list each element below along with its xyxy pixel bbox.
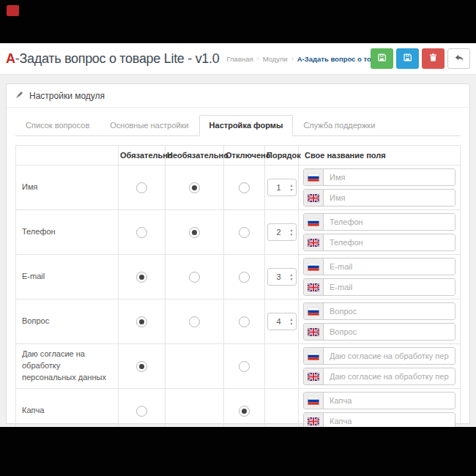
tabs: Список вопросов Основные настройки Настр… bbox=[15, 115, 461, 136]
radio-name-optional[interactable] bbox=[189, 182, 200, 193]
radio-phone-optional[interactable] bbox=[189, 227, 200, 238]
custom-name-input-phone-ru[interactable] bbox=[324, 214, 455, 230]
cell-optional-consent bbox=[166, 344, 224, 389]
cell-custom-name-question bbox=[299, 300, 461, 344]
cell-order-name: 1▲▼ bbox=[265, 166, 299, 210]
radio-question-optional[interactable] bbox=[189, 316, 200, 327]
radio-phone-disabled[interactable] bbox=[239, 227, 250, 238]
tab-form-settings[interactable]: Настройка формы bbox=[199, 115, 294, 136]
radio-email-disabled[interactable] bbox=[239, 272, 250, 283]
save-copy-button[interactable] bbox=[371, 48, 393, 69]
cell-custom-name-name bbox=[299, 166, 461, 210]
breadcrumb-separator: › bbox=[291, 55, 294, 62]
cell-order-email: 3▲▼ bbox=[265, 255, 299, 300]
breadcrumb-home[interactable]: Главная bbox=[226, 55, 253, 63]
custom-name-group-captcha-ru bbox=[303, 392, 455, 409]
radio-name-required[interactable] bbox=[136, 182, 147, 193]
cell-order-phone: 2▲▼ bbox=[265, 210, 299, 255]
breadcrumb: Главная › Модули › A-Задать вопрос о тов… bbox=[226, 55, 371, 63]
uk-flag-icon bbox=[304, 234, 324, 250]
custom-name-group-consent-ru bbox=[303, 347, 455, 365]
trash-icon bbox=[428, 53, 438, 64]
back-button[interactable] bbox=[447, 48, 470, 69]
delete-button[interactable] bbox=[422, 48, 445, 69]
form-table-row-consent: Даю согласие на обработку персональных д… bbox=[16, 344, 461, 389]
order-value: 4 bbox=[268, 317, 290, 326]
custom-name-group-name-en bbox=[303, 189, 455, 207]
breadcrumb-modules[interactable]: Модули bbox=[263, 55, 288, 63]
field-label-email: E-mail bbox=[16, 255, 119, 300]
custom-name-group-phone-ru bbox=[303, 213, 455, 231]
page-title-accent: A bbox=[6, 51, 15, 66]
radio-email-optional[interactable] bbox=[189, 272, 200, 283]
cell-disabled-question bbox=[224, 300, 265, 344]
form-table-row-email: E-mail3▲▼ bbox=[16, 255, 461, 300]
form-table-row-name: Имя1▲▼ bbox=[16, 166, 461, 210]
custom-name-input-captcha-ru[interactable] bbox=[324, 393, 455, 409]
cell-order-consent bbox=[265, 344, 299, 389]
save-button[interactable] bbox=[396, 48, 419, 69]
order-input-email[interactable]: 3▲▼ bbox=[267, 268, 297, 286]
radio-email-required[interactable] bbox=[136, 272, 147, 283]
tab-main-settings[interactable]: Основные настройки bbox=[100, 115, 198, 136]
custom-name-input-phone-en[interactable] bbox=[324, 234, 455, 250]
spinner-arrows-icon[interactable]: ▲▼ bbox=[290, 272, 296, 282]
field-label-name: Имя bbox=[16, 166, 119, 210]
form-table-body: Имя1▲▼Телефон2▲▼E-mail3▲▼Вопрос4▲▼Даю со… bbox=[16, 166, 461, 434]
panel-heading: Настройки модуля bbox=[7, 84, 469, 108]
spinner-arrows-icon[interactable]: ▲▼ bbox=[290, 317, 296, 327]
cell-required-name bbox=[119, 166, 166, 210]
radio-question-disabled[interactable] bbox=[239, 316, 250, 327]
cell-custom-name-email bbox=[299, 255, 461, 300]
uk-flag-icon bbox=[304, 190, 324, 206]
custom-name-input-consent-en[interactable] bbox=[324, 368, 455, 384]
breadcrumb-current-page[interactable]: A-Задать вопрос о товаре Lite - v1.0 bbox=[297, 55, 371, 63]
uk-flag-icon bbox=[304, 324, 324, 340]
order-input-name[interactable]: 1▲▼ bbox=[267, 179, 297, 196]
custom-name-group-question-ru bbox=[303, 302, 455, 320]
bottom-black-bar bbox=[0, 427, 476, 476]
floppy-icon bbox=[377, 53, 387, 64]
cell-disabled-consent bbox=[224, 344, 265, 389]
custom-name-input-name-ru[interactable] bbox=[324, 169, 455, 185]
radio-phone-required[interactable] bbox=[136, 227, 147, 238]
cell-disabled-name bbox=[224, 166, 265, 210]
panel-heading-label: Настройки модуля bbox=[29, 91, 105, 101]
radio-question-required[interactable] bbox=[136, 316, 147, 327]
spinner-arrows-icon[interactable]: ▲▼ bbox=[290, 228, 296, 237]
custom-name-group-consent-en bbox=[303, 368, 455, 385]
radio-name-disabled[interactable] bbox=[239, 182, 250, 193]
breadcrumb-separator: › bbox=[257, 55, 259, 62]
uk-flag-icon bbox=[304, 368, 324, 384]
custom-name-input-name-en[interactable] bbox=[324, 190, 455, 206]
column-header-order: Порядок bbox=[265, 146, 299, 166]
order-input-question[interactable]: 4▲▼ bbox=[267, 313, 297, 330]
radio-consent-required[interactable] bbox=[136, 361, 147, 372]
field-label-phone: Телефон bbox=[16, 210, 119, 255]
tabs-container: Список вопросов Основные настройки Настр… bbox=[7, 108, 469, 136]
column-header-optional: Необязательно bbox=[166, 146, 224, 166]
custom-name-input-consent-ru[interactable] bbox=[324, 348, 455, 364]
topbar-red-logo-icon bbox=[7, 5, 19, 16]
radio-captcha-disabled[interactable] bbox=[239, 406, 250, 417]
custom-name-group-question-en bbox=[303, 323, 455, 341]
custom-name-input-question-en[interactable] bbox=[324, 324, 455, 340]
cell-required-phone bbox=[119, 210, 166, 255]
radio-captcha-required[interactable] bbox=[136, 406, 147, 417]
radio-consent-disabled[interactable] bbox=[239, 361, 250, 372]
form-table-row-question: Вопрос4▲▼ bbox=[16, 300, 461, 344]
tab-support[interactable]: Служба поддержки bbox=[293, 115, 385, 136]
module-settings-panel: Настройки модуля Список вопросов Основны… bbox=[6, 83, 470, 424]
column-header-custom-name: Свое название поля bbox=[299, 146, 461, 166]
order-value: 1 bbox=[268, 183, 290, 192]
custom-name-input-email-en[interactable] bbox=[324, 279, 455, 295]
spinner-arrows-icon[interactable]: ▲▼ bbox=[290, 183, 296, 193]
tab-question-list[interactable]: Список вопросов bbox=[15, 115, 100, 136]
custom-name-input-email-ru[interactable] bbox=[324, 259, 455, 275]
form-table-row-phone: Телефон2▲▼ bbox=[16, 210, 461, 255]
order-input-phone[interactable]: 2▲▼ bbox=[267, 223, 297, 241]
custom-name-input-question-ru[interactable] bbox=[324, 303, 455, 319]
russia-flag-icon bbox=[304, 393, 324, 409]
cell-required-consent bbox=[119, 344, 166, 389]
cell-disabled-email bbox=[224, 255, 265, 300]
